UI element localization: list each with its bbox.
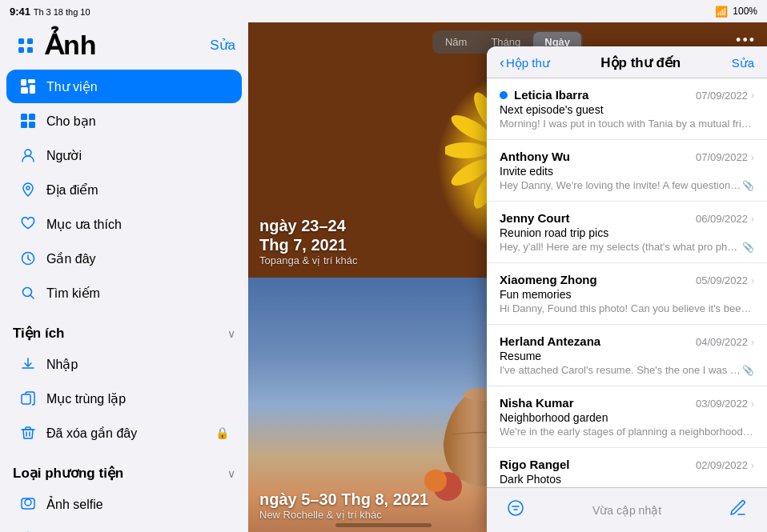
- app-container: Ảnh Sửa Thư viện: [0, 22, 767, 532]
- sidebar-item-favorites[interactable]: Mục ưa thích: [6, 207, 242, 241]
- library-icon: [19, 78, 37, 95]
- people-icon: [19, 146, 37, 164]
- status-time: 9:41 Th 3 18 thg 10: [10, 6, 90, 18]
- mail-chevron-0: ›: [751, 90, 754, 101]
- svg-rect-8: [21, 114, 27, 120]
- svg-rect-10: [21, 122, 27, 128]
- favorites-icon: [19, 215, 37, 233]
- mail-date-5: 03/09/2022: [696, 398, 748, 410]
- sidebar-item-label-for-you: Cho bạn: [46, 114, 96, 129]
- mail-preview-1: Hey Danny, We're loving the invite! A fe…: [500, 179, 742, 191]
- sidebar-item-places[interactable]: Địa điểm: [6, 173, 242, 206]
- mail-preview-3: Hi Danny, Found this photo! Can you beli…: [500, 302, 754, 314]
- mail-chevron-1: ›: [751, 152, 754, 163]
- import-icon: [19, 355, 37, 373]
- search-icon: [19, 284, 37, 302]
- sidebar-item-library[interactable]: Thư viện: [6, 70, 242, 103]
- sidebar-item-label-recent: Gần đây: [46, 251, 96, 266]
- mail-item-2[interactable]: Jenny Court 06/09/2022 › Reunion road tr…: [487, 202, 767, 263]
- content-area: Năm Tháng Ngày •••: [248, 22, 767, 532]
- sidebar-item-label-places: Địa điểm: [46, 182, 98, 198]
- attachment-icon-4: 📎: [742, 365, 754, 376]
- svg-point-43: [508, 501, 523, 515]
- sidebar-item-live-photos[interactable]: Live Photos: [6, 522, 242, 532]
- mail-item-0[interactable]: Leticia Ibarra 07/09/2022 › Next episode…: [487, 78, 767, 140]
- mail-subject-2: Reunion road trip pics: [500, 226, 754, 239]
- svg-point-41: [424, 470, 447, 492]
- mail-item-3[interactable]: Xiaomeng Zhong 05/09/2022 › Fun memories…: [487, 263, 767, 325]
- sidebar-item-for-you[interactable]: Cho bạn: [6, 104, 242, 138]
- mail-toolbar: Vừa cập nhật: [487, 487, 767, 532]
- mail-update-label: Vừa cập nhật: [592, 504, 661, 517]
- mail-chevron-4: ›: [751, 337, 754, 348]
- sidebar-item-label-search: Tìm kiếm: [46, 286, 100, 301]
- mail-date-4: 04/09/2022: [696, 336, 748, 348]
- mail-preview-5: We're in the early stages of planning a …: [500, 426, 754, 438]
- mail-chevron-3: ›: [751, 275, 754, 286]
- mail-date-1: 07/09/2022: [696, 151, 748, 163]
- chevron-left-icon: ‹: [500, 54, 504, 71]
- sidebar-item-recently-deleted[interactable]: Đã xóa gần đây 🔒: [6, 416, 242, 450]
- for-you-icon: [19, 112, 37, 130]
- mail-item-1[interactable]: Anthony Wu 07/09/2022 › Invite edits Hey…: [487, 140, 767, 202]
- sidebar-item-import[interactable]: Nhập: [6, 347, 242, 381]
- mail-sender-4: Herland Antezana: [500, 334, 600, 348]
- svg-rect-4: [21, 79, 26, 86]
- sidebar-item-recent[interactable]: Gần đây: [6, 242, 242, 275]
- sidebar-item-duplicates[interactable]: Mục trùng lặp: [6, 382, 242, 415]
- mail-item-6[interactable]: Rigo Rangel 02/09/2022 › Dark Photos: [487, 448, 767, 487]
- mail-subject-3: Fun memories: [500, 288, 754, 301]
- section-august-date: ngày 5–30 Thg 8, 2021: [259, 490, 428, 509]
- sidebar-item-label-recently-deleted: Đã xóa gần đây: [46, 426, 137, 441]
- mail-preview-0: Morning! I was put in touch with Tania b…: [500, 118, 754, 130]
- mail-edit-button[interactable]: Sửa: [732, 56, 754, 70]
- svg-rect-7: [30, 85, 35, 94]
- mail-subject-1: Invite edits: [500, 165, 754, 178]
- attachment-icon-2: 📎: [742, 242, 754, 253]
- mail-date-3: 05/09/2022: [696, 274, 748, 286]
- segment-year[interactable]: Năm: [434, 32, 478, 52]
- mail-filter-button[interactable]: [506, 498, 525, 522]
- utils-chevron-icon: ∨: [227, 327, 235, 340]
- mail-sender-1: Anthony Wu: [500, 150, 570, 163]
- sidebar-item-search[interactable]: Tìm kiếm: [6, 276, 242, 310]
- svg-rect-2: [18, 47, 24, 53]
- mail-compose-button[interactable]: [729, 498, 748, 522]
- svg-rect-0: [18, 38, 24, 44]
- battery-label: 100%: [733, 6, 757, 17]
- mail-date-6: 02/09/2022: [696, 459, 748, 471]
- svg-point-13: [26, 186, 30, 190]
- mail-inbox-title: Hộp thư đến: [555, 54, 727, 71]
- mail-item-4[interactable]: Herland Antezana 04/09/2022 › Resume I'v…: [487, 325, 767, 386]
- mail-chevron-5: ›: [751, 398, 754, 410]
- mail-sender-3: Xiaomeng Zhong: [500, 273, 597, 286]
- sidebar-item-label-import: Nhập: [46, 357, 78, 372]
- mail-subject-0: Next episode's guest: [500, 103, 754, 116]
- mail-back-button[interactable]: ‹ Hộp thư: [500, 54, 550, 71]
- svg-point-17: [25, 499, 31, 506]
- media-chevron-icon: ∨: [227, 467, 235, 480]
- mail-chevron-2: ›: [751, 214, 754, 225]
- svg-rect-3: [27, 47, 33, 53]
- svg-rect-16: [22, 394, 30, 404]
- media-section-header: Loại phương tiện ∨: [0, 450, 248, 486]
- sidebar-item-label-favorites: Mục ưa thích: [46, 217, 122, 232]
- svg-rect-9: [29, 114, 35, 120]
- svg-rect-18: [22, 498, 34, 509]
- mail-preview-2: Hey, y'all! Here are my selects (that's …: [500, 241, 742, 253]
- sidebar-item-label-duplicates: Mục trùng lặp: [46, 391, 126, 406]
- sidebar-item-selfie[interactable]: Ảnh selfie: [6, 487, 242, 521]
- mailbox-back-label: Hộp thư: [506, 56, 550, 70]
- mail-item-5[interactable]: Nisha Kumar 03/09/2022 › Neighborhood ga…: [487, 386, 767, 448]
- svg-rect-6: [21, 87, 28, 94]
- section-august-location: New Rochelle & vị trí khác: [259, 509, 428, 521]
- sidebar-nav: Thư viện Cho bạn: [0, 70, 248, 310]
- svg-point-12: [25, 150, 31, 156]
- sidebar-edit-button[interactable]: Sửa: [210, 37, 235, 54]
- section-july-label: ngày 23–24 Thg 7, 2021 Topanga & vị trí …: [259, 216, 358, 266]
- section-july-location: Topanga & vị trí khác: [259, 254, 358, 266]
- sidebar-grid-button[interactable]: [13, 34, 38, 57]
- sidebar-item-people[interactable]: Người: [6, 138, 242, 172]
- utils-section-header: Tiện ích ∨: [0, 310, 248, 346]
- svg-rect-5: [28, 79, 35, 83]
